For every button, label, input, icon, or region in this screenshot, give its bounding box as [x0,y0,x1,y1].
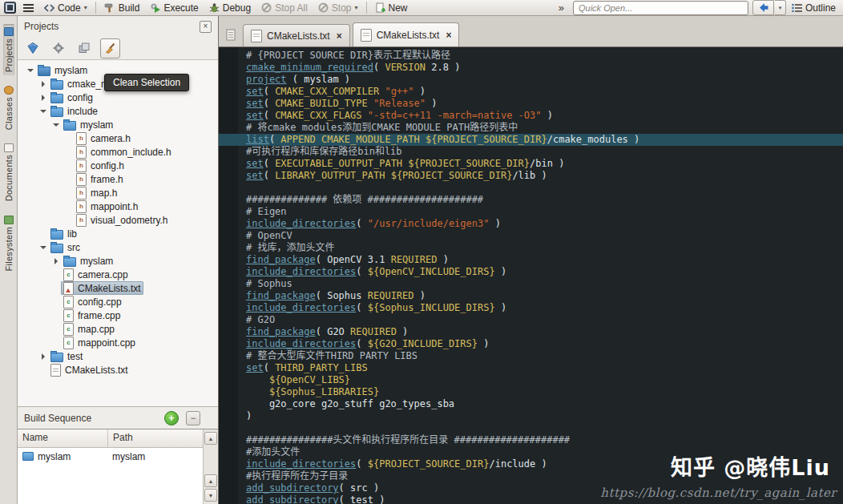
close-tab-icon[interactable]: × [337,30,342,42]
tree-item-visual-odometry-h[interactable]: hvisual_odometry.h [18,213,218,227]
code-line[interactable]: set( CMAKE_CXX_COMPILER "g++" ) [219,86,843,98]
tree-item-config[interactable]: config [18,91,218,104]
tree-item-cmakelists-txt[interactable]: CMakeLists.txt [18,281,218,295]
collapse-arrow-icon[interactable] [51,123,61,127]
code-line[interactable]: include_directories( ${OpenCV_INCLUDE_DI… [219,266,843,278]
code-line[interactable]: # {PROJECT SOURCE DIR}表示工程默认路径 [219,50,843,62]
code-line[interactable]: # Eigen [219,206,843,218]
tree-item-map-cpp[interactable]: cmap.cpp [18,322,218,336]
code-line[interactable]: project ( myslam ) [219,74,843,86]
code-line[interactable]: ###############头文件和执行程序所在目录 ############… [219,434,843,446]
code-line[interactable]: cmake_minimum_required( VERSION 2.8 ) [219,62,843,74]
tree-item-common-include-h[interactable]: hcommon_include.h [18,145,218,159]
code-line[interactable]: ############## 依赖项 #################### [219,194,843,206]
code-line[interactable]: set( THIRD_PARTY_LIBS [219,362,843,374]
code-line[interactable]: # 找库，添加头文件 [219,242,843,254]
expand-arrow-icon[interactable] [38,353,48,360]
code-line[interactable]: set( LIBRARY_OUTPUT_PATH ${PROJECT_SOURC… [219,170,843,182]
execute-button[interactable]: Execute [145,2,203,14]
tree-item-frame-h[interactable]: hframe.h [18,172,218,186]
code-line[interactable]: set( CMAKE_CXX_FLAGS "-std=c++11 -march=… [219,110,843,122]
column-header-name[interactable]: Name [18,429,108,447]
scroll-up-icon[interactable]: ▲ [204,474,217,487]
column-header-path[interactable]: Path [108,429,203,447]
build-selection-button[interactable] [23,39,42,58]
build-button[interactable]: Build [99,2,145,14]
tab-cmakelists-1[interactable]: CMakeLists.txt × [243,24,350,46]
code-line[interactable]: find_package( OpenCV 3.1 REQUIRED ) [219,254,843,266]
expand-arrow-icon[interactable] [51,258,61,264]
code-line[interactable]: find_package( Sophus REQUIRED ) [219,290,843,302]
sidebar-tab-classes[interactable]: Classes [3,83,14,133]
tree-item-config-h[interactable]: hconfig.h [18,159,218,172]
close-tab-icon[interactable]: × [446,30,451,41]
tree-item-frame-cpp[interactable]: cframe.cpp [18,308,218,322]
code-line[interactable] [219,422,843,434]
sidebar-tab-filesystem[interactable]: Filesystem [3,212,14,275]
toolbar-overflow-button[interactable]: » [554,2,569,14]
sidebar-tab-projects[interactable]: Projects [3,24,14,75]
document-list-icon[interactable] [223,26,239,42]
collapse-arrow-icon[interactable] [38,246,48,249]
tree-item-camera-cpp[interactable]: ccamera.cpp [18,268,218,281]
code-line[interactable]: find_package( G2O REQUIRED ) [219,326,843,338]
code-line[interactable]: ${OpenCV_LIBS} [219,374,843,386]
code-line[interactable]: # 整合大型库文件THIRD PARTY LIBS [219,350,843,362]
code-line[interactable]: # Sophus [219,278,843,290]
add-build-item-button[interactable]: + [164,411,179,425]
tree-item-config-cpp[interactable]: cconfig.cpp [18,295,218,308]
code-line[interactable]: ) [219,410,843,422]
session-menu-button[interactable] [18,2,38,13]
code-editor[interactable]: # {PROJECT SOURCE DIR}表示工程默认路径cmake_mini… [219,47,843,504]
tree-item-test[interactable]: test [18,349,218,363]
stop-button[interactable]: Stop ▾ [313,2,363,14]
code-line[interactable]: include_directories( ${G2O_INCLUDE_DIRS}… [219,338,843,350]
expand-arrow-icon[interactable] [38,95,48,101]
scroll-down-icon[interactable]: ▼ [204,489,217,502]
prune-selection-button[interactable] [75,39,93,58]
code-line[interactable]: set( CMAKE_BUILD_TYPE "Release" ) [219,98,843,110]
tree-item-myslam[interactable]: myslam [18,118,218,131]
remove-build-item-button[interactable]: − [186,411,200,425]
collapse-arrow-icon[interactable] [26,69,35,72]
code-line[interactable]: g2o_core g2o_stuff g2o_types_sba [219,398,843,410]
tree-item-myslam[interactable]: myslam [18,254,218,268]
code-menu-button[interactable]: Code ▾ [39,2,92,14]
tree-item-camera-h[interactable]: hcamera.h [18,131,218,145]
code-line[interactable]: #可执行程序和库保存路径bin和lib [219,146,843,158]
tree-item-include[interactable]: include [18,104,218,118]
back-history-dropdown[interactable]: ▾ [775,0,786,15]
tree-item-src[interactable]: src [18,240,218,254]
quick-open-input[interactable] [573,1,748,15]
scroll-up-icon[interactable]: ▲ [204,432,217,445]
new-button[interactable]: New [370,2,413,14]
tree-item-lib[interactable]: lib [18,227,218,240]
tree-item-map-h[interactable]: hmap.h [18,186,218,200]
install-selection-button[interactable] [49,39,67,58]
tree-item-mappoint-cpp[interactable]: cmappoint.cpp [18,336,218,349]
tab-cmakelists-2[interactable]: CMakeLists.txt × [353,22,460,46]
build-sequence-row[interactable]: myslammyslam [18,448,203,465]
collapse-arrow-icon[interactable] [38,110,48,113]
clean-selection-button[interactable] [100,38,120,58]
build-sequence-scrollbar[interactable]: ▲ ▲ ▼ [203,429,218,504]
stop-all-button[interactable]: Stop All [256,2,313,14]
tree-item-cmakelists-txt[interactable]: CMakeLists.txt [18,363,218,377]
code-line[interactable]: set( EXECUTABLE_OUTPUT_PATH ${PROJECT_SO… [219,158,843,170]
tree-item-label: camera.h [91,133,131,144]
outline-button[interactable]: Outline [787,2,841,14]
code-line[interactable]: include_directories( "/usr/include/eigen… [219,218,843,230]
tree-item-mappoint-h[interactable]: hmappoint.h [18,200,218,213]
expand-arrow-icon[interactable] [38,81,48,87]
code-line[interactable]: ${Sophus_LIBRARIES} [219,386,843,398]
back-button[interactable] [752,0,774,15]
debug-button[interactable]: Debug [204,2,256,14]
code-line[interactable]: # OpenCV [219,230,843,242]
code-line[interactable]: # 将cmake modules添加到CMAKE MODULE PATH路径列表… [219,122,843,134]
sidebar-tab-documents[interactable]: Documents [3,140,14,204]
code-line[interactable]: list( APPEND CMAKE_MODULE_PATH ${PROJECT… [219,134,843,146]
code-line[interactable] [219,182,843,194]
code-line[interactable]: # G2O [219,314,843,326]
code-line[interactable]: include_directories( ${Sophus_INCLUDE_DI… [219,302,843,314]
close-panel-icon[interactable]: × [200,21,212,33]
